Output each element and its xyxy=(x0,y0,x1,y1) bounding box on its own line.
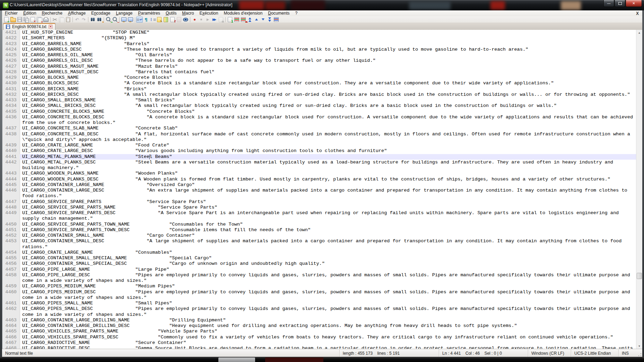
menu-item[interactable]: Langage xyxy=(113,11,135,16)
code-text[interactable]: UI_CARGO_CONCRETE_BLOCKS_NAME "Concrete … xyxy=(20,109,636,115)
code-text[interactable]: UI_CARGO_PIPES_SMALL_NAME "Small Pipes" xyxy=(20,301,636,306)
code-text[interactable]: UI_CARGO_CONTAINER_SMALL_SPECIAL_DESC "C… xyxy=(20,261,636,267)
menu-item[interactable]: Modules d'extension xyxy=(221,11,266,16)
code-text[interactable]: UI_CARGO_WOODEN_PLANKS_DESC "A Wooden pl… xyxy=(20,177,636,182)
code-text[interactable]: UI_CARGO_CONTAINER_SMALL_NAME "Cargo Con… xyxy=(20,233,636,238)
code-text[interactable]: UI_CARGO_CONCRETE_BLOCKS_DESC "A concret… xyxy=(20,115,636,126)
code-text[interactable]: UI_CARGO_SERVICE_SPARE_PARTS_NAME "Servi… xyxy=(20,205,636,210)
minimize-button[interactable]: — xyxy=(603,0,614,7)
plugin-nav-prev-icon[interactable] xyxy=(253,17,260,23)
code-text[interactable]: UI_CARGO_SERVICE_SPARE_PARTS_DESC "A Ser… xyxy=(20,210,636,222)
code-text[interactable]: UI_CARGO_CRATE_LARGE_NAME "Food Crate" xyxy=(20,143,636,148)
plugin-nav-first-icon[interactable] xyxy=(246,17,253,23)
menu-item[interactable]: Encodage xyxy=(88,11,113,16)
code-text[interactable]: UI_CARGO_BARRELS_OIL_DESC "These barrels… xyxy=(20,58,636,64)
code-text[interactable]: UI_CARGO_SMALL_BRICKS_DESC "A small rect… xyxy=(20,103,636,109)
code-text[interactable]: UI_SHORT_METERS "{STRING} M" xyxy=(20,35,636,41)
zoom-in-icon[interactable]: + xyxy=(105,17,112,23)
code-text[interactable]: UI_CARGO_BRICKS_DESC "A small rectangula… xyxy=(20,92,636,98)
plugin-nav-next-icon[interactable] xyxy=(260,17,266,23)
menu-item[interactable]: Paramètres xyxy=(135,11,163,16)
code-text[interactable]: UI_CARGO_PIPE_LARGE_DESC "Pipes are empl… xyxy=(20,272,636,284)
close-document-x-button[interactable]: X xyxy=(636,11,639,16)
menu-item[interactable]: ? xyxy=(293,11,301,16)
code-text[interactable]: UI_CARGO_SERVICE_SPARE_PARTS "Service Sp… xyxy=(20,199,636,205)
print-icon[interactable] xyxy=(43,17,49,23)
code-text[interactable]: UI_CARGO_RADIOCTIVE_DESC "Gamma Source U… xyxy=(20,346,636,349)
code-text[interactable]: UI_CARGO_BLOCKS_NAME "Concrete Blocks" xyxy=(20,75,636,81)
zoom-out-icon[interactable]: − xyxy=(112,17,118,23)
tab-close-icon[interactable]: ✕ xyxy=(49,25,53,29)
code-text[interactable]: UI_CARGO_WOODEN_PLANKS_NAME "Wooden Plan… xyxy=(20,171,636,176)
replace-icon[interactable]: a xyxy=(96,17,103,23)
find-icon[interactable] xyxy=(89,17,96,23)
macro-record-icon[interactable]: ● xyxy=(191,17,198,23)
code-text[interactable]: UI_CARGO_CONTAINER_SMALL_SPECIAL_NAME "S… xyxy=(20,255,636,261)
sync-vertical-scroll-icon[interactable] xyxy=(121,17,127,23)
plugin-nav-last-icon[interactable] xyxy=(266,17,273,23)
sync-horizontal-scroll-icon[interactable] xyxy=(127,17,134,23)
menu-item[interactable]: Fichier xyxy=(2,11,20,16)
code-text[interactable]: UI_CARGO_BRICKS_NAME "Bricks" xyxy=(20,86,636,92)
code-text[interactable]: UI_CARGO_SERVICE_SPARE_PARTS_TOWN_DESC "… xyxy=(20,227,636,233)
menu-item[interactable]: Documents xyxy=(265,11,292,16)
code-text[interactable]: UI_CARGO_BARRELS_OIL_NAME "Oil Barrels" xyxy=(20,52,636,58)
code-text[interactable]: UI_CARGO_SERVICE_SPARE_PARTS_TOWN_NAME "… xyxy=(20,222,636,227)
code-text[interactable]: UI_CARGO_METAL_PLANKS_NAME "Steel Beams" xyxy=(20,154,636,160)
code-text[interactable]: UI_CARGO_RADIOCTIVE_NAME "Secure Contain… xyxy=(20,340,636,346)
plugin-compare-icon[interactable] xyxy=(233,17,240,23)
plugin-doc-1-icon[interactable]: 1 xyxy=(227,17,233,23)
scrollbar-thumb[interactable] xyxy=(637,273,642,279)
code-text[interactable]: UI_CARGO_PIPES_MEDIUM_DESC "Pipes are em… xyxy=(20,289,636,301)
indent-guide-icon[interactable]: ⋮≡ xyxy=(149,17,156,23)
macro-run-multiple-icon[interactable]: ▶▶ xyxy=(211,17,218,23)
code-text[interactable]: UI_CARGO_CONCRETE_SLAB_DESC "A flat, hor… xyxy=(20,132,636,143)
menu-item[interactable]: Outils xyxy=(163,11,179,16)
code-text[interactable]: UI_CARGO_PIPES_MEDIUM_NAME "Medium Pipes… xyxy=(20,284,636,289)
close-file-icon[interactable]: ✕ xyxy=(29,17,36,23)
scrollbar-down-icon[interactable]: ▼ xyxy=(636,343,642,349)
code-text[interactable]: UI_CARGO_CRATE_LARGE_DESC "Various goods… xyxy=(20,148,636,154)
menu-item[interactable]: Macro xyxy=(179,11,197,16)
open-file-icon[interactable] xyxy=(10,17,16,23)
code-text[interactable]: UI_HUD_STOP_ENGINE "STOP ENGINE" xyxy=(20,30,636,35)
code-text[interactable]: UI_CARGO_VEHICLES_SPARE_PARTS_DESC "Comm… xyxy=(20,335,636,340)
code-text[interactable]: UI_CARGO_BLOCKS_DESC "A Concrete Block i… xyxy=(20,81,636,86)
code-text[interactable]: UI_CARGO_CRATE_LARGE_NAME "Consumables" xyxy=(20,250,636,255)
menu-item[interactable]: Édition xyxy=(20,11,39,16)
code-text[interactable]: UI_CARGO_CONTAINER_SMALL_DESC "A large s… xyxy=(20,238,636,250)
plugin-nav-bar-icon[interactable] xyxy=(273,17,279,23)
document-map-icon[interactable] xyxy=(163,17,169,23)
scrollbar-up-icon[interactable]: ▲ xyxy=(636,30,642,36)
vertical-scrollbar[interactable]: ▲ ▼ xyxy=(636,30,642,349)
code-text[interactable]: UI_CARGO_CONTAINER_LARGE_DRILLING_DESC "… xyxy=(20,323,636,329)
show-all-characters-icon[interactable]: ¶ xyxy=(143,17,149,23)
code-text[interactable]: UI_CARGO_CONTAINER_LARGE_DESC "An extra … xyxy=(20,188,636,199)
menu-item[interactable]: Affichage xyxy=(65,11,88,16)
code-text[interactable]: UI_CARGO_CONTAINER_LARGE_DRILLING_NAME "… xyxy=(20,318,636,323)
code-line: 4446UI_CARGO_CONTAINER_LARGE_DESC "An ex… xyxy=(2,188,642,199)
tab-english-909874[interactable]: English 909874.txt ✕ xyxy=(3,23,55,30)
code-text[interactable]: UI_CARGO_BARRELS_MASUT_DESC "Barrels tha… xyxy=(20,69,636,75)
close-button[interactable]: ✕ xyxy=(626,0,642,7)
code-text[interactable]: UI_CARGO_PIPE_LARGE_NAME "Large Pipe" xyxy=(20,267,636,272)
code-text[interactable]: UI_CARGO_BARRELS_NAME "Barrels" xyxy=(20,41,636,47)
code-text[interactable]: UI_CARGO_PIPES_SMALL_DESC "Pipes are emp… xyxy=(20,306,636,318)
maximize-button[interactable] xyxy=(615,0,625,7)
code-text[interactable]: UI_CARGO_SMALL_BRICKS_NAME "Small Bricks… xyxy=(20,98,636,103)
menu-item[interactable]: Exécution xyxy=(197,11,221,16)
code-text[interactable]: UI_CARGO_CONTAINER_LARGE_NAME "Oversized… xyxy=(20,182,636,188)
file-monitoring-icon[interactable] xyxy=(182,17,189,23)
code-text[interactable]: UI_CARGO_BARRELS_MASUT_NAME "Mazut Barre… xyxy=(20,64,636,69)
code-text[interactable]: UI_CARGO_BARRELS_DESC "These barrels may… xyxy=(20,47,636,52)
code-text[interactable]: UI_CARGO_METAL_PLANKS_DESC "Steel Beams … xyxy=(20,160,636,171)
close-all-icon[interactable]: ✕ xyxy=(36,17,43,23)
word-wrap-icon[interactable]: ≡↵ xyxy=(136,17,143,23)
code-text[interactable]: UI_CARGO_VEHICLES_SPARE_PARTS_NAME "Vehi… xyxy=(20,329,636,334)
user-defined-language-icon[interactable]: ✎ xyxy=(156,17,163,23)
menu-item[interactable]: Recherche xyxy=(39,11,65,16)
plugin-compare-clear-icon[interactable]: ● xyxy=(240,17,246,23)
new-file-icon[interactable]: + xyxy=(3,17,10,23)
code-text[interactable]: UI_CARGO_CONCRETE_SLAB_NAME "Concrete Sl… xyxy=(20,126,636,131)
function-list-icon[interactable]: ƒ xyxy=(169,17,176,23)
